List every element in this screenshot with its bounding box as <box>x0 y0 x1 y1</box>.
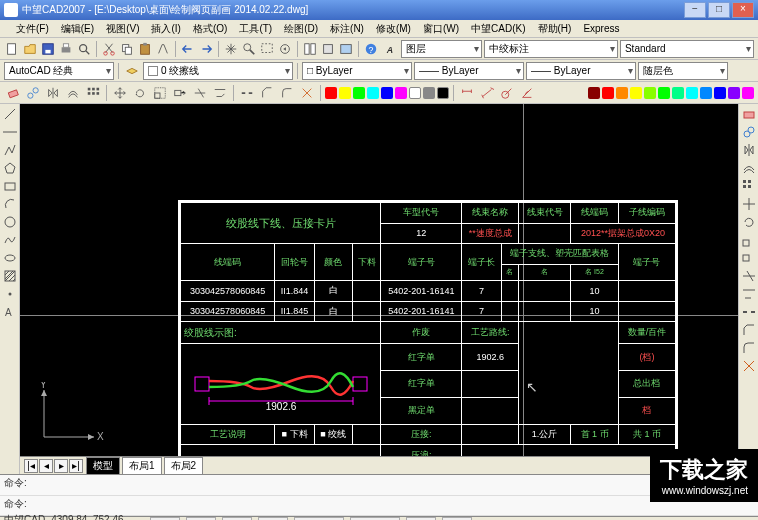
menu-draw[interactable]: 绘图(D) <box>278 22 324 36</box>
drawing-canvas[interactable]: ↖ 绞股线下线、压接卡片 车型代号 线束名称 线束代号 线端码 子线编码 12 … <box>20 104 738 474</box>
r-mirror-icon[interactable] <box>741 142 757 158</box>
r-rotate-icon[interactable] <box>741 214 757 230</box>
new-icon[interactable] <box>4 40 20 58</box>
r-erase-icon[interactable] <box>741 106 757 122</box>
zoom-prev-icon[interactable] <box>277 40 293 58</box>
r-trim-icon[interactable] <box>741 268 757 284</box>
extend-icon[interactable] <box>211 84 229 102</box>
r-explode-icon[interactable] <box>741 358 757 374</box>
array-icon[interactable] <box>84 84 102 102</box>
tab-nav-first[interactable]: |◂ <box>24 459 38 473</box>
xline-icon[interactable] <box>2 124 18 140</box>
menu-window[interactable]: 窗口(W) <box>417 22 465 36</box>
tab-nav-next[interactable]: ▸ <box>54 459 68 473</box>
workspace-combo[interactable]: AutoCAD 经典 <box>4 62 114 80</box>
menu-help[interactable]: 帮助(H) <box>532 22 578 36</box>
r-copy-icon[interactable] <box>741 124 757 140</box>
pan-icon[interactable] <box>223 40 239 58</box>
menu-edit[interactable]: 编辑(E) <box>55 22 100 36</box>
open-icon[interactable] <box>22 40 38 58</box>
menu-insert[interactable]: 插入(I) <box>145 22 186 36</box>
spline-icon[interactable] <box>2 232 18 248</box>
tab-layout1[interactable]: 布局1 <box>122 457 162 475</box>
r-fillet-icon[interactable] <box>741 340 757 356</box>
print-icon[interactable] <box>58 40 74 58</box>
lweight-toggle[interactable]: 线宽 <box>406 517 436 521</box>
properties-icon[interactable] <box>302 40 318 58</box>
break-icon[interactable] <box>238 84 256 102</box>
dim-linear-icon[interactable] <box>458 84 476 102</box>
pline-icon[interactable] <box>2 142 18 158</box>
scale-icon[interactable] <box>151 84 169 102</box>
snap-toggle[interactable]: 捕捉 <box>150 517 180 521</box>
menu-express[interactable]: Express <box>577 23 625 34</box>
menu-view[interactable]: 视图(V) <box>100 22 145 36</box>
textstyle-combo[interactable]: Standard <box>620 40 754 58</box>
dim-radius-icon[interactable] <box>498 84 516 102</box>
ortho-toggle[interactable]: 正交 <box>222 517 252 521</box>
chamfer-icon[interactable] <box>258 84 276 102</box>
trim-icon[interactable] <box>191 84 209 102</box>
r-offset-icon[interactable] <box>741 160 757 176</box>
hatch-icon[interactable] <box>2 268 18 284</box>
r-break-icon[interactable] <box>741 304 757 320</box>
zoom-icon[interactable] <box>241 40 257 58</box>
dcenter-icon[interactable] <box>320 40 336 58</box>
r-move-icon[interactable] <box>741 196 757 212</box>
line-icon[interactable] <box>2 106 18 122</box>
grid-toggle[interactable]: 栅格 <box>186 517 216 521</box>
copy2-icon[interactable] <box>24 84 42 102</box>
text-icon[interactable]: A <box>2 304 18 320</box>
undo-icon[interactable] <box>180 40 196 58</box>
r-stretch-icon[interactable] <box>741 250 757 266</box>
erase-icon[interactable] <box>4 84 22 102</box>
ellipse-icon[interactable] <box>2 250 18 266</box>
stretch-icon[interactable] <box>171 84 189 102</box>
move-icon[interactable] <box>111 84 129 102</box>
layer-combo[interactable]: 0 绞擦线 <box>143 62 293 80</box>
otrack-toggle[interactable]: 对象追踪 <box>350 517 400 521</box>
paste-icon[interactable] <box>137 40 153 58</box>
offset-icon[interactable] <box>64 84 82 102</box>
redo-icon[interactable] <box>198 40 214 58</box>
model-toggle[interactable]: 模型 <box>442 517 472 521</box>
rotate-icon[interactable] <box>131 84 149 102</box>
r-array-icon[interactable] <box>741 178 757 194</box>
menu-tools[interactable]: 工具(T) <box>233 22 278 36</box>
dimstyle-combo[interactable]: 中绞标注 <box>484 40 618 58</box>
tab-nav-last[interactable]: ▸| <box>69 459 83 473</box>
osnap-toggle[interactable]: 对象捕捉 <box>294 517 344 521</box>
tpalette-icon[interactable] <box>338 40 354 58</box>
preview-icon[interactable] <box>76 40 92 58</box>
r-extend-icon[interactable] <box>741 286 757 302</box>
color-palette[interactable] <box>588 87 754 99</box>
dim-angular-icon[interactable] <box>518 84 536 102</box>
polar-toggle[interactable]: 极轴 <box>258 517 288 521</box>
help-icon[interactable]: ? <box>363 40 379 58</box>
save-icon[interactable] <box>40 40 56 58</box>
layer-props-icon[interactable] <box>123 62 141 80</box>
rect-icon[interactable] <box>2 178 18 194</box>
tab-layout2[interactable]: 布局2 <box>164 457 204 475</box>
plotcolor-combo[interactable]: 随层色 <box>638 62 728 80</box>
r-scale-icon[interactable] <box>741 232 757 248</box>
circle-icon[interactable] <box>2 214 18 230</box>
cut-icon[interactable] <box>101 40 117 58</box>
minimize-button[interactable]: − <box>684 2 706 18</box>
lineweight-combo[interactable]: —— ByLayer <box>526 62 636 80</box>
menu-file[interactable]: 文件(F) <box>10 22 55 36</box>
menu-format[interactable]: 格式(O) <box>187 22 233 36</box>
tab-nav-prev[interactable]: ◂ <box>39 459 53 473</box>
match-icon[interactable] <box>155 40 171 58</box>
explode-icon[interactable] <box>298 84 316 102</box>
maximize-button[interactable]: □ <box>708 2 730 18</box>
mirror-icon[interactable] <box>44 84 62 102</box>
linetype-combo[interactable]: —— ByLayer <box>414 62 524 80</box>
dim-aligned-icon[interactable] <box>478 84 496 102</box>
r-chamfer-icon[interactable] <box>741 322 757 338</box>
color-combo[interactable]: □ ByLayer <box>302 62 412 80</box>
layer-button[interactable]: 图层 <box>401 40 482 58</box>
zoom-window-icon[interactable] <box>259 40 275 58</box>
polygon-icon[interactable] <box>2 160 18 176</box>
copy-icon[interactable] <box>119 40 135 58</box>
